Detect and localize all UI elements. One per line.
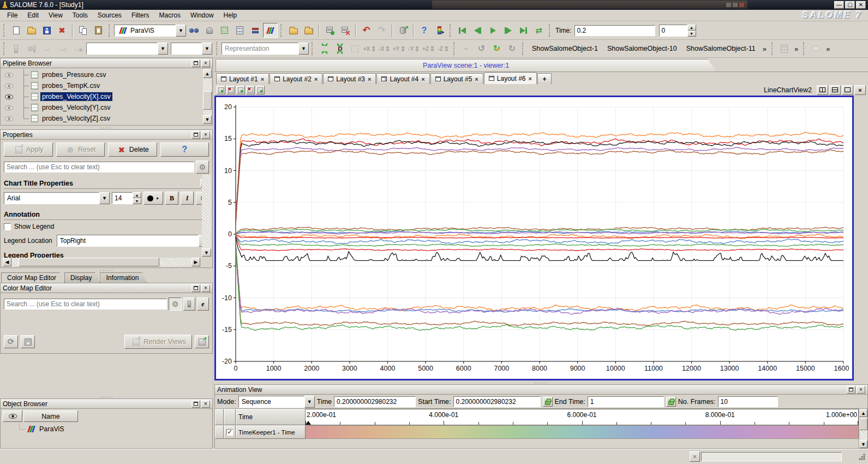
split-view-icon-5[interactable] xyxy=(256,86,265,94)
animation-scrollbar[interactable]: ▲ ▼ xyxy=(859,409,867,448)
delete-button[interactable]: ✖Delete xyxy=(108,142,157,157)
connect-server-button[interactable] xyxy=(322,23,337,38)
line-chart-view[interactable]: 20151050-5-10-15-20010002000300040005000… xyxy=(214,96,854,380)
search-button[interactable] xyxy=(187,23,201,38)
tab-layout2[interactable]: Layout #2× xyxy=(270,73,322,84)
time-input[interactable] xyxy=(334,396,416,407)
ellipse-button[interactable] xyxy=(809,41,823,56)
shapes-button[interactable] xyxy=(202,23,217,38)
module-selector-combo[interactable]: ParaViS▼ xyxy=(114,25,186,37)
close-tab-icon[interactable]: × xyxy=(475,76,478,82)
toolbar-handle[interactable] xyxy=(216,42,219,55)
toolbar-handle[interactable] xyxy=(771,42,774,55)
scroll-down-icon[interactable]: ▼ xyxy=(202,248,211,257)
split-vertical-icon[interactable] xyxy=(829,85,841,95)
close-view-icon[interactable]: × xyxy=(854,85,866,95)
toolbar-handle[interactable] xyxy=(3,24,6,37)
rotate-cw-button[interactable]: ↻ xyxy=(489,41,504,56)
help-button[interactable]: ? xyxy=(417,23,432,38)
dock-tab-display[interactable]: Display xyxy=(64,272,100,283)
resize-grip[interactable] xyxy=(858,453,866,461)
view-axis-plusy-button[interactable]: +Y⇕ xyxy=(392,41,406,56)
reset-button[interactable]: ⊘Reset xyxy=(56,142,105,157)
rescale-data-range-button[interactable]: ↔ xyxy=(39,41,54,56)
background-window-button[interactable] xyxy=(726,3,731,7)
calculator-button[interactable] xyxy=(232,23,247,38)
close-tab-icon[interactable]: × xyxy=(368,76,371,82)
macro-showsalomeobject-11-button[interactable]: ShowSalomeObject-11 xyxy=(682,41,760,56)
mode-combo[interactable]: Sequence▼ xyxy=(238,396,315,408)
properties-scrollbar[interactable]: ▼ xyxy=(202,175,211,257)
toolbar-handle[interactable] xyxy=(3,42,6,55)
close-tab-icon[interactable]: × xyxy=(261,76,264,82)
line-chart-svg[interactable]: 20151050-5-10-15-20010002000300040005000… xyxy=(216,97,849,378)
toolbar-handle[interactable] xyxy=(549,24,552,37)
menu-file[interactable]: File xyxy=(2,10,22,21)
eye-icon[interactable] xyxy=(5,116,13,121)
dock-splitter[interactable] xyxy=(0,268,213,272)
chevron-down-icon[interactable]: ▼ xyxy=(304,396,315,408)
first-frame-button[interactable] xyxy=(455,23,470,38)
menu-sources[interactable]: Sources xyxy=(93,10,127,21)
redo-button[interactable]: ↷ xyxy=(374,23,389,38)
scalar-bar-button[interactable] xyxy=(9,41,23,56)
float-panel-icon[interactable] xyxy=(191,284,200,292)
scroll-right-icon[interactable]: ▶ xyxy=(191,258,200,266)
chevron-down-icon[interactable]: ▼ xyxy=(158,43,168,55)
scroll-up-icon[interactable]: ▲ xyxy=(859,409,867,417)
loop-button[interactable]: ⇄ xyxy=(531,23,546,38)
undo-button[interactable]: ↶ xyxy=(359,23,374,38)
menu-tools[interactable]: Tools xyxy=(68,10,93,21)
pipeline-item-label[interactable]: probes_TempK.csv xyxy=(40,81,101,90)
dock-splitter[interactable] xyxy=(0,395,213,398)
macro-showsalomeobject-10-button[interactable]: ShowSalomeObject-10 xyxy=(603,41,681,56)
scroll-left-icon[interactable]: ◀ xyxy=(3,258,11,266)
reset-camera-button[interactable]: ⌁ xyxy=(459,41,474,56)
color-legend-button[interactable]: ➤ xyxy=(432,23,447,38)
chevron-down-icon[interactable]: ▼ xyxy=(298,43,309,55)
background-window-button[interactable] xyxy=(733,3,738,7)
next-frame-button[interactable] xyxy=(501,23,516,38)
close-panel-icon[interactable]: × xyxy=(857,386,865,394)
scene-tab[interactable]: ParaView scene:1 - viewer:1 xyxy=(215,59,716,72)
menu-view[interactable]: View xyxy=(44,10,68,21)
end-time-input[interactable] xyxy=(588,396,664,407)
tab-layout5[interactable]: Layout #5× xyxy=(430,73,483,84)
pipeline-item-label[interactable]: probes_Pressure.csv xyxy=(40,70,107,79)
representation-combo[interactable]: Representation▼ xyxy=(222,43,309,55)
toolbar-handle[interactable] xyxy=(280,24,283,37)
search-options-gear-icon[interactable]: ⚙ xyxy=(196,160,209,174)
chevron-down-icon[interactable]: ▼ xyxy=(176,25,186,37)
close-panel-icon[interactable]: × xyxy=(201,400,210,408)
wireframe-box-button[interactable] xyxy=(217,23,232,38)
macro-showsalomeobject-1-button[interactable]: ShowSalomeObject-1 xyxy=(528,41,602,56)
toolbar-handle[interactable] xyxy=(450,24,452,37)
close-panel-icon[interactable]: × xyxy=(201,60,210,67)
timekeeper-gradient-track[interactable] xyxy=(306,425,859,439)
fit-data-button[interactable]: D xyxy=(332,41,347,56)
close-tab-icon[interactable]: × xyxy=(421,76,424,82)
export-scene-button[interactable]: ↗ xyxy=(396,23,410,38)
italic-button[interactable]: I xyxy=(181,192,194,205)
scalar-bar-icon[interactable] xyxy=(183,298,195,311)
spin-down-icon[interactable]: ▼ xyxy=(687,31,696,37)
open-folder-button[interactable] xyxy=(286,23,301,38)
close-panel-icon[interactable]: × xyxy=(201,284,210,292)
close-panel-icon[interactable]: × xyxy=(201,131,210,139)
fit-all-button[interactable] xyxy=(317,41,332,56)
eye-icon[interactable] xyxy=(5,84,13,88)
dock-tab-information[interactable]: Information xyxy=(100,272,147,283)
new-document-button[interactable] xyxy=(9,23,23,38)
edit-color-map-button[interactable] xyxy=(24,41,39,56)
lock-end-time-icon[interactable] xyxy=(666,397,676,407)
tab-layout3[interactable]: Layout #3× xyxy=(323,73,376,84)
dock-tab-color-map-editor[interactable]: Color Map Editor xyxy=(1,272,64,283)
zoom-box-button[interactable] xyxy=(348,41,362,56)
pipeline-item[interactable]: probes_TempK.csv xyxy=(1,80,212,91)
track-enabled-checkbox[interactable]: ✓ xyxy=(226,429,233,436)
font-size-spinner[interactable]: 14 ▲▼ xyxy=(112,192,141,204)
rescale-visible-range-button[interactable]: ↔◉ xyxy=(70,41,85,56)
maximize-button[interactable]: ▢ xyxy=(845,1,855,9)
paravis-button[interactable] xyxy=(263,23,278,38)
spin-down-icon[interactable]: ▼ xyxy=(133,198,141,204)
